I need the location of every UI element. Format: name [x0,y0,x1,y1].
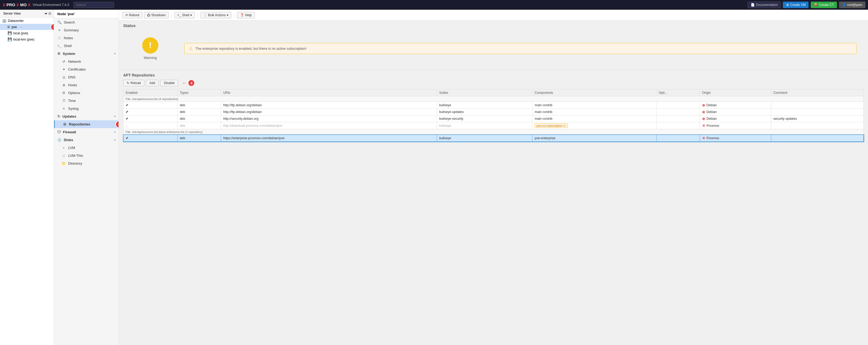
table-row[interactable]: ✔ deb http://ftp.debian.org/debian bulls… [124,102,864,109]
col-enabled: Enabled [124,89,178,96]
help-button[interactable]: ❓ Help [237,12,255,19]
user-label: root@pam [847,3,862,7]
nav-disks[interactable]: 💿 Disks ▾ [54,136,119,144]
doc-icon: 📄 [751,3,755,7]
status-content: ! Warning ⚠ The enterprise repository is… [119,29,868,70]
bulk-dropdown-icon: ▾ [227,13,228,17]
user-icon: 👤 [842,3,846,7]
nav-cert-label: Certificates [68,67,86,71]
alert-banner: ⚠ The enterprise repository is enabled, … [184,43,857,54]
add-button[interactable]: Add [146,80,159,86]
disable-button[interactable]: Disable [160,80,178,86]
nav-lvm-thin[interactable]: □ LVM-Thin [54,152,119,160]
nav-syslog[interactable]: ≡ Syslog [54,105,119,113]
updates-expand-icon: ▾ [114,115,115,118]
components-cell: pve-enterprise [532,135,656,142]
sidebar-item-local[interactable]: 💾 local (pve) [0,30,54,36]
local-lvm-label: local-lvm (pve) [13,37,34,41]
system-expand-icon: ▾ [114,52,115,55]
nav-search[interactable]: 🔍 Search [54,19,119,26]
nav-notes[interactable]: □ Notes [54,34,119,42]
user-button[interactable]: 👤 root@pam [839,2,865,8]
origin-cell: ⊕ Debian [700,109,771,115]
reboot-label: Reboot [129,13,140,17]
nav-summary[interactable]: ≡ Summary [54,26,119,34]
table-row[interactable]: ✔ deb https://enterprise.proxmox.com/deb… [124,135,864,142]
datacenter-icon: 🏢 [2,19,6,23]
nav-network[interactable]: ⇄ Network [54,58,119,65]
nav-certificates[interactable]: ✦ Certificates [54,65,119,73]
col-comment: Comment [771,89,863,96]
origin-label: Debian [706,117,717,121]
nav-lvm[interactable]: ▪ LVM [54,144,119,152]
type-cell: deb [178,135,221,142]
nav-time[interactable]: ⏱ Time [54,97,119,105]
search-input[interactable] [73,2,114,8]
annotation-4: 4 [188,80,195,87]
updates-icon: ↻ [57,114,60,118]
uri-cell: https://enterprise.proxmox.com/debian/pv… [221,135,437,142]
shell-button[interactable]: >_ Shell ▾ [174,12,195,19]
nav-system-label: System [63,52,75,56]
nav-options-label: Options [68,91,80,95]
create-ct-button[interactable]: 📦 Create CT [811,2,837,8]
col-types: Types [178,89,221,96]
nav-updates[interactable]: 2 ↻ Updates ▾ [54,113,119,120]
reload-button[interactable]: ↻ Reload [123,80,144,86]
disabled-uri: http://download.proxmox.com/debian/pve [223,124,282,127]
shutdown-button[interactable]: ⏻ Shutdown [144,12,168,19]
nav-dns[interactable]: ◎ DNS [54,73,119,81]
server-view-select[interactable]: Server View [2,11,48,16]
nav-repositories[interactable]: ⊞ Repositories 3 [54,120,119,128]
help-label: Help [245,13,252,17]
options-cell [656,135,700,142]
col-components: Components [532,89,656,96]
sidebar-item-datacenter[interactable]: 🏢 Datacenter [0,18,54,24]
alert-message: The enterprise repository is enabled, bu… [195,47,306,51]
nav-options[interactable]: ⚙ Options [54,89,119,97]
nav-notes-label: Notes [64,36,73,40]
firewall-expand-icon: ▾ [114,131,115,134]
enabled-cell: ✔ [124,109,178,115]
bulk-actions-button[interactable]: ⋮ Bulk Actions ▾ [200,12,231,19]
sidebar-item-pve[interactable]: 🖥 pve 1 ← [0,24,54,30]
origin-badge: ⊕ Debian [702,110,769,114]
table-row[interactable]: – deb http://download.proxmox.com/debian… [124,122,864,129]
status-section: Status ! Warning ⚠ The enterprise reposi… [119,21,868,70]
arrow-left-icon: ← [20,25,23,29]
nav-directory-label: Directory [68,162,82,166]
file1-header: File: /etc/apt/sources.list (4 repositor… [124,96,864,102]
sidebar-item-local-lvm[interactable]: 💾 local-lvm (pve) [0,36,54,42]
origin-badge: ✕ Proxmox [702,123,769,128]
nav-hosts[interactable]: ⊕ Hosts [54,81,119,89]
content-area: ↺ Reboot ⏻ Shutdown >_ Shell ▾ ⋮ Bulk Ac… [119,10,868,345]
status-header: Status [119,21,868,29]
shell-icon: >_ [57,44,62,48]
nav-directory[interactable]: 📁 Directory [54,160,119,167]
datacenter-label: Datacenter [8,19,24,23]
logo-x2: X [17,2,19,7]
shell-toolbar-icon: >_ [177,13,181,17]
lvm-thin-icon: □ [62,153,66,157]
origin-badge: ⊕ Debian [702,117,769,121]
documentation-button[interactable]: 📄 Documentation [748,2,781,8]
options-cell [656,109,700,115]
dns-icon: ◎ [62,75,66,79]
suite-cell: bullseye [437,135,532,142]
options-cell [656,122,700,129]
shell-dropdown-icon: ▾ [190,13,192,17]
origin-cell: ✕ Proxmox [700,135,771,142]
lvm-icon: 💾 [7,37,12,41]
gear-icon[interactable]: ⚙ [48,11,52,16]
debian-icon: ⊕ [702,110,705,114]
table-row[interactable]: ✔ deb http://security.debian.org bullsey… [124,115,864,122]
nav-system[interactable]: ⚙ System ▾ [54,50,119,58]
create-vm-button[interactable]: 🖥 Create VM [783,2,809,8]
search-icon: 🔍 [57,20,62,24]
uri-cell: http://ftp.debian.org/debian [221,102,437,109]
table-row[interactable]: ✔ deb http://ftp.debian.org/debian bulls… [124,109,864,115]
nav-shell[interactable]: >_ Shell [54,42,119,50]
reboot-button[interactable]: ↺ Reboot [122,12,143,19]
reload-label: Reload [130,81,141,85]
nav-firewall[interactable]: 🛡 Firewall ▾ [54,128,119,136]
